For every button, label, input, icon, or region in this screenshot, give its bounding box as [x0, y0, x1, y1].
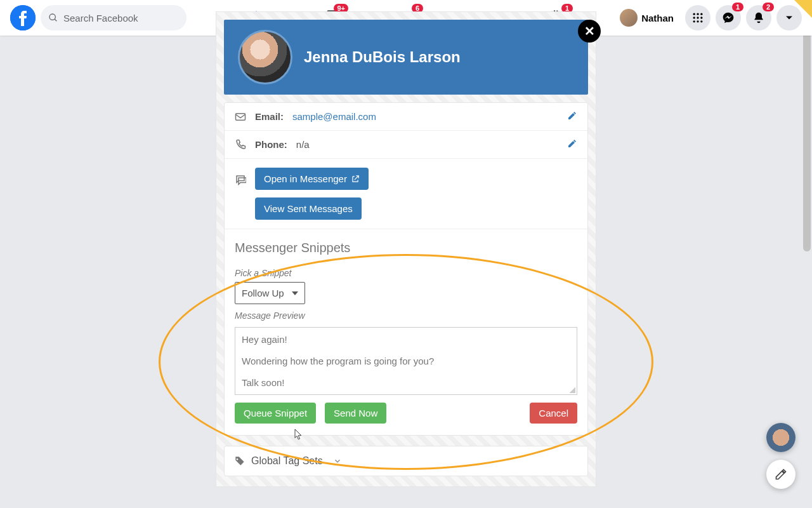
contact-avatar — [238, 30, 292, 84]
view-sent-messages-button[interactable]: View Sent Messages — [255, 197, 362, 220]
contact-name: Jenna DuBois Larson — [304, 48, 461, 66]
pencil-icon — [567, 138, 577, 149]
corner-accent — [794, 0, 812, 18]
message-preview-label: Message Preview — [225, 304, 587, 324]
email-value[interactable]: sample@email.com — [292, 111, 376, 122]
compose-icon — [775, 468, 787, 481]
topbar-right: Nathan 1 2 — [617, 5, 802, 30]
email-row: Email: sample@email.com — [225, 103, 587, 131]
global-tag-sets-accordion[interactable]: Global Tag Sets — [224, 446, 588, 476]
messenger-icon — [722, 11, 735, 24]
message-preview-textarea[interactable]: Hey again! Wondering how the program is … — [235, 327, 577, 395]
global-tags-label: Global Tag Sets — [251, 455, 323, 467]
phone-row: Phone: n/a — [225, 131, 587, 159]
messenger-actions: Open in Messenger View Sent Messages — [225, 159, 587, 229]
svg-point-11 — [700, 13, 702, 15]
edit-phone-button[interactable] — [567, 138, 577, 150]
contact-details-card: Email: sample@email.com Phone: n/a Open … — [224, 102, 588, 436]
snippet-action-row: Queue Snippet Send Now Cancel — [225, 403, 587, 435]
bell-icon — [752, 11, 765, 24]
svg-point-9 — [693, 13, 695, 15]
external-link-icon — [351, 175, 360, 184]
contact-modal: ✕ Jenna DuBois Larson Email: sample@emai… — [216, 11, 596, 487]
email-label: Email: — [255, 111, 284, 122]
close-button[interactable]: ✕ — [578, 20, 601, 43]
pencil-icon — [567, 110, 577, 121]
phone-label: Phone: — [255, 139, 287, 150]
chat-head-avatar[interactable] — [766, 423, 796, 452]
modal-header: Jenna DuBois Larson — [224, 20, 588, 95]
chevron-down-icon — [333, 457, 342, 465]
caret-down-icon — [292, 291, 298, 295]
snippets-section-title: Messenger Snippets — [225, 229, 587, 262]
menu-button[interactable] — [685, 5, 710, 30]
svg-point-10 — [697, 13, 698, 15]
edit-email-button[interactable] — [567, 110, 577, 123]
profile-name: Nathan — [641, 13, 674, 23]
search-placeholder: Search Facebook — [63, 13, 138, 23]
svg-point-17 — [700, 20, 702, 22]
caret-down-icon — [783, 11, 796, 24]
email-icon — [235, 111, 246, 123]
svg-point-14 — [700, 17, 702, 18]
pick-snippet-label: Pick a Snippet — [225, 262, 587, 282]
grid-icon — [691, 11, 704, 24]
svg-point-13 — [697, 17, 698, 18]
svg-line-2 — [55, 19, 56, 21]
send-now-button[interactable]: Send Now — [325, 403, 386, 424]
avatar — [620, 9, 638, 27]
phone-value: n/a — [296, 139, 310, 150]
search-input[interactable]: Search Facebook — [41, 5, 187, 30]
svg-point-15 — [693, 20, 695, 22]
queue-snippet-button[interactable]: Queue Snippet — [235, 403, 316, 424]
notifications-badge: 2 — [763, 3, 774, 11]
snippet-selected-value: Follow Up — [242, 288, 284, 298]
svg-point-1 — [49, 14, 55, 20]
notifications-button[interactable]: 2 — [746, 5, 771, 30]
messenger-badge: 1 — [732, 3, 743, 11]
svg-rect-18 — [236, 113, 246, 120]
facebook-logo[interactable] — [10, 5, 36, 30]
svg-point-16 — [697, 20, 698, 22]
new-message-button[interactable] — [766, 460, 796, 489]
cancel-button[interactable]: Cancel — [530, 403, 577, 424]
open-messenger-button[interactable]: Open in Messenger — [255, 168, 369, 190]
messenger-button[interactable]: 1 — [716, 5, 741, 30]
svg-point-12 — [693, 17, 695, 18]
search-icon — [48, 13, 58, 23]
tags-icon — [235, 456, 245, 466]
profile-button[interactable]: Nathan — [617, 6, 680, 29]
snippet-select[interactable]: Follow Up — [235, 282, 305, 304]
phone-icon — [235, 139, 246, 150]
chat-icon — [235, 174, 246, 185]
